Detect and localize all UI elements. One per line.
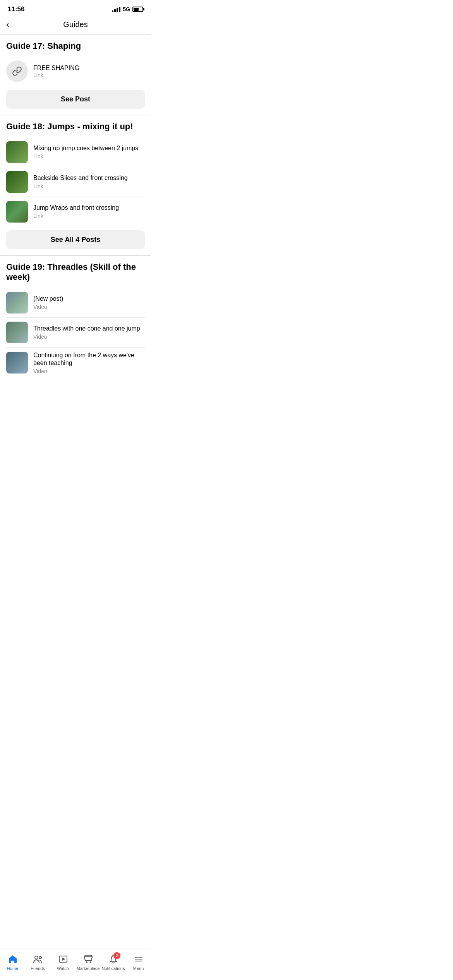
guide-19-title: Guide 19: Threadles (Skill of the week) xyxy=(6,262,145,283)
status-bar: 11:56 5G xyxy=(0,0,151,16)
guide-17-title: Guide 17: Shaping xyxy=(6,41,145,51)
page-title: Guides xyxy=(63,20,88,29)
guide-19-item-3[interactable]: Continuing on from the 2 ways we've been… xyxy=(6,347,145,379)
guide-17-item-1-title: FREE SHAPING xyxy=(33,65,79,72)
guide-19-item-2-title: Threadles with one cone and one jump xyxy=(33,325,140,333)
guide-17-item-1[interactable]: FREE SHAPING Link xyxy=(6,57,145,86)
guide-19-item-2-type: Video xyxy=(33,334,140,340)
guide-17-see-post-button[interactable]: See Post xyxy=(6,90,145,109)
guide-18-item-3[interactable]: Jump Wraps and front crossing Link xyxy=(6,197,145,226)
guide-17-section: Guide 17: Shaping FREE SHAPING Link See … xyxy=(0,35,151,109)
guide-18-item-2-thumb xyxy=(6,171,28,193)
guide-19-section: Guide 19: Threadles (Skill of the week) … xyxy=(0,256,151,378)
guide-19-item-1-thumb xyxy=(6,292,28,314)
guide-18-item-3-thumb xyxy=(6,201,28,223)
battery-icon xyxy=(132,7,143,12)
guide-19-item-3-thumb xyxy=(6,352,28,373)
guide-19-item-1[interactable]: (New post) Video xyxy=(6,288,145,317)
guide-18-item-1-type: Link xyxy=(33,153,138,159)
guide-18-item-3-title: Jump Wraps and front crossing xyxy=(33,204,119,212)
guide-19-item-3-title: Continuing on from the 2 ways we've been… xyxy=(33,351,145,368)
guide-18-item-3-type: Link xyxy=(33,213,119,219)
guide-18-section: Guide 18: Jumps - mixing it up! Mixing u… xyxy=(0,115,151,249)
guide-19-item-2-thumb xyxy=(6,322,28,343)
back-button[interactable]: ‹ xyxy=(6,20,9,30)
content-area: Guide 17: Shaping FREE SHAPING Link See … xyxy=(0,35,151,413)
guide-18-item-2[interactable]: Backside Slices and front crossing Link xyxy=(6,167,145,197)
guide-18-see-all-button[interactable]: See All 4 Posts xyxy=(6,230,145,249)
link-icon xyxy=(6,60,28,82)
status-icons: 5G xyxy=(112,6,143,12)
guide-18-title: Guide 18: Jumps - mixing it up! xyxy=(6,122,145,132)
guide-17-item-1-type: Link xyxy=(33,72,79,78)
guide-18-item-2-type: Link xyxy=(33,183,128,189)
status-time: 11:56 xyxy=(8,5,24,13)
guide-19-item-3-type: Video xyxy=(33,368,145,374)
guide-19-item-2[interactable]: Threadles with one cone and one jump Vid… xyxy=(6,317,145,347)
guide-18-item-2-title: Backside Slices and front crossing xyxy=(33,174,128,182)
header: ‹ Guides xyxy=(0,16,151,35)
guide-19-item-1-type: Video xyxy=(33,304,63,310)
signal-bars-icon xyxy=(112,7,120,12)
guide-18-item-1[interactable]: Mixing up jump cues between 2 jumps Link xyxy=(6,137,145,167)
guide-18-item-1-title: Mixing up jump cues between 2 jumps xyxy=(33,144,138,152)
guide-19-item-1-title: (New post) xyxy=(33,295,63,303)
guide-18-item-1-thumb xyxy=(6,141,28,163)
network-type: 5G xyxy=(123,6,130,12)
